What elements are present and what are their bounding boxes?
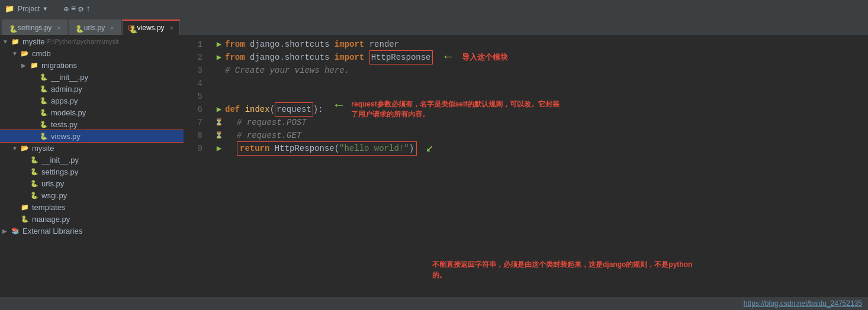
tests-icon: 🐍 — [39, 120, 49, 129]
sidebar-item-models[interactable]: 🐍 models.py — [0, 106, 184, 118]
import-arrow-icon: ← — [445, 50, 452, 64]
sidebar-item-apps[interactable]: 🐍 apps.py — [0, 95, 184, 106]
line-num-8: 8 — [184, 129, 202, 142]
sidebar-item-init2[interactable]: 🐍 __init__.py — [0, 154, 184, 166]
hourglass-icon-7: ⏳ — [215, 116, 223, 129]
tab-settings[interactable]: 🐍 settings.py × — [2, 20, 67, 35]
manage-label: manage.py — [32, 215, 70, 224]
comment-create-views: # Create your views here. — [225, 64, 349, 77]
kw-def: def — [225, 103, 240, 116]
sidebar-item-migrations[interactable]: ▶ 📁 migrations — [0, 59, 184, 71]
gutter-1: ▶ — [213, 38, 225, 51]
code-content[interactable]: ▶ from django.shortcuts import render ▶ … — [207, 35, 868, 297]
mysite2-label: mysite — [32, 144, 54, 153]
toolbar-icons: ⊕ ≡ ⚙ ↑ — [63, 4, 91, 14]
main-area: ▼ 📁 mysite F:\Python\pycharm\mysit ▼ 📂 c… — [0, 35, 868, 297]
sidebar-item-extlibs[interactable]: ▶ 📚 External Libraries — [0, 225, 184, 237]
gutter-2: ▶ — [213, 51, 225, 64]
gutter-9: ▶ — [213, 142, 225, 155]
cmdb-label: cmdb — [32, 49, 51, 58]
line-num-9: 9 — [184, 142, 202, 155]
sidebar-item-views[interactable]: 🐍 views.py — [0, 130, 184, 142]
render-name: render — [369, 38, 399, 51]
return-annotation: 不能直接返回字符串，必须是由这个类封装起来，这是django的规则，不是pyth… — [432, 259, 692, 280]
extlibs-icon: 📚 — [11, 226, 20, 235]
toolbar-icon-add[interactable]: ⊕ — [63, 4, 68, 14]
sidebar-item-root[interactable]: ▼ 📁 mysite F:\Python\pycharm\mysit — [0, 35, 184, 47]
settings-tab-icon: 🐍 — [9, 25, 15, 31]
line-numbers: 1 2 3 4 5 6 7 8 9 — [184, 35, 207, 297]
kw-from-2: from — [225, 51, 245, 64]
line-num-1: 1 — [184, 38, 202, 51]
sidebar-item-cmdb[interactable]: ▼ 📂 cmdb — [0, 47, 184, 59]
admin-icon: 🐍 — [39, 84, 49, 93]
extlibs-label: External Libraries — [22, 227, 82, 235]
settings-tab-label: settings.py — [18, 24, 52, 32]
toolbar-icon-up[interactable]: ↑ — [86, 4, 91, 14]
line-num-6: 6 — [184, 103, 202, 116]
project-folder-icon: 📁 — [5, 4, 14, 14]
arrow-icon-1: ▶ — [217, 38, 221, 51]
sidebar-item-templates[interactable]: 📁 templates — [0, 201, 184, 213]
gutter-6: ▶ — [213, 103, 225, 116]
views-tab-close[interactable]: × — [170, 24, 173, 31]
toolbar-icon-menu[interactable]: ≡ — [71, 4, 76, 14]
sidebar-item-init1[interactable]: 🐍 __init__.py — [0, 71, 184, 83]
templates-label: templates — [32, 203, 65, 212]
import-annotation-text: 导入这个模块 — [462, 53, 508, 62]
kw-import-2: import — [335, 51, 364, 64]
request-param: request — [277, 105, 311, 114]
request-arrow-icon: ← — [335, 99, 343, 114]
sidebar-item-wsgi[interactable]: 🐍 wsgi.py — [0, 189, 184, 201]
views-label: views.py — [51, 132, 81, 141]
sidebar-item-mysite2[interactable]: ▼ 📂 mysite — [0, 142, 184, 154]
httpresponse-name: HttpResponse — [371, 53, 431, 62]
code-line-4 — [213, 77, 868, 90]
code-container: 1 2 3 4 5 6 7 8 9 ▶ from django.shortcut… — [184, 35, 868, 297]
sidebar-item-settings[interactable]: 🐍 settings.py — [0, 166, 184, 177]
kw-from-1: from — [225, 38, 245, 51]
init2-icon: 🐍 — [30, 155, 39, 164]
httpresponse-call: HttpResponse( — [275, 142, 339, 155]
sidebar-item-tests[interactable]: 🐍 tests.py — [0, 118, 184, 130]
sidebar-item-manage[interactable]: 🐍 manage.py — [0, 213, 184, 225]
apps-icon: 🐍 — [39, 96, 49, 105]
views-tab-label: views.py — [137, 24, 165, 32]
views-tab-icon: 🐍 — [128, 25, 134, 31]
urls-tab-icon: 🐍 — [75, 25, 81, 31]
title-bar-left: 📁 Project ▼ — [5, 4, 47, 14]
urls-tab-label: urls.py — [84, 24, 105, 32]
sidebar: ▼ 📁 mysite F:\Python\pycharm\mysit ▼ 📂 c… — [0, 35, 184, 297]
comment-get: # request.GET — [237, 129, 301, 142]
tests-label: tests.py — [51, 120, 78, 129]
toolbar-icon-settings[interactable]: ⚙ — [78, 4, 83, 14]
admin-label: admin.py — [51, 85, 82, 93]
import-annotation-container: ← 导入这个模块 — [433, 51, 509, 64]
models-icon: 🐍 — [39, 108, 49, 117]
tab-urls[interactable]: 🐍 urls.py × — [69, 20, 121, 35]
urls-tab-close[interactable]: × — [110, 24, 114, 31]
mysite2-folder-icon: 📂 — [20, 143, 30, 153]
code-line-9: ▶ return HttpResponse("hello world!") ↙ — [213, 142, 868, 155]
gutter-8: ⏳ — [213, 129, 225, 142]
line-num-7: 7 — [184, 116, 202, 129]
cmdb-folder-icon: 📂 — [20, 49, 30, 58]
return-line-highlight: return HttpResponse("hello world!") — [237, 141, 417, 156]
settings-tab-close[interactable]: × — [57, 24, 60, 31]
code-line-8: ⏳ # request.GET — [213, 129, 868, 142]
project-dropdown-arrow[interactable]: ▼ — [43, 6, 47, 12]
sidebar-item-admin[interactable]: 🐍 admin.py — [0, 83, 184, 95]
mysite2-arrow: ▼ — [12, 145, 20, 151]
paren-close: ): — [313, 103, 323, 116]
apps-label: apps.py — [51, 96, 78, 105]
sidebar-item-urls[interactable]: 🐍 urls.py — [0, 177, 184, 189]
bottom-bar: https://blog.csdn.net/baidu_24752135 — [0, 297, 868, 310]
views-icon: 🐍 — [39, 131, 49, 141]
line-num-3: 3 — [184, 64, 202, 77]
tab-views[interactable]: 🐍 views.py × — [122, 20, 180, 35]
models-label: models.py — [51, 108, 86, 117]
func-index: index — [245, 103, 270, 116]
title-bar: 📁 Project ▼ ⊕ ≡ ⚙ ↑ — [0, 0, 868, 18]
bottom-url[interactable]: https://blog.csdn.net/baidu_24752135 — [744, 299, 862, 308]
migrations-arrow: ▶ — [21, 62, 30, 69]
